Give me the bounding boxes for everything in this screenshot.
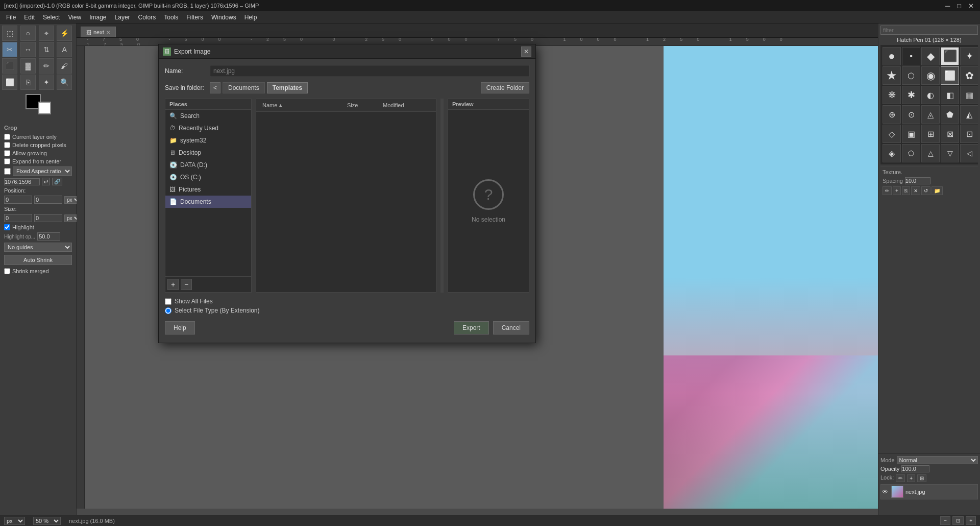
brush-cell[interactable]: △ <box>921 144 940 162</box>
brush-cell[interactable]: ▣ <box>902 125 920 143</box>
background-color[interactable] <box>38 102 51 114</box>
menu-image[interactable]: Image <box>85 13 110 22</box>
highlight-checkbox[interactable] <box>4 224 10 230</box>
breadcrumb-current[interactable]: Templates <box>267 82 308 93</box>
brush-cell[interactable]: ◇ <box>883 125 901 143</box>
layer-mode-dropdown[interactable]: Normal Multiply Screen Overlay <box>897 456 978 464</box>
fixed-aspect-checkbox[interactable] <box>4 168 11 175</box>
places-add-button[interactable]: + <box>167 279 179 290</box>
color-swatch[interactable] <box>26 94 51 114</box>
close-button[interactable]: ✕ <box>966 2 976 10</box>
tool-eraser[interactable]: ⬜ <box>2 75 17 90</box>
opacity-input[interactable] <box>901 465 929 472</box>
files-col-size[interactable]: Size <box>345 101 381 109</box>
tool-transform[interactable]: ↔ <box>20 42 36 57</box>
menu-colors[interactable]: Colors <box>134 13 160 22</box>
brush-cell[interactable]: ▪ <box>902 47 920 65</box>
brush-cell[interactable]: ◉ <box>921 66 940 85</box>
canvas-tab-close-icon[interactable]: ✕ <box>106 30 110 35</box>
tool-heal[interactable]: ✦ <box>39 75 54 90</box>
zoom-in-btn[interactable]: + <box>966 516 976 525</box>
brush-delete-btn[interactable]: ✕ <box>911 186 920 195</box>
files-col-modified[interactable]: Modified <box>381 101 432 109</box>
highlight-opacity-input[interactable] <box>37 232 60 241</box>
brush-cell[interactable]: ◈ <box>883 144 901 162</box>
brush-cell[interactable]: ❋ <box>883 86 901 104</box>
brush-cell[interactable]: ⬟ <box>941 105 959 124</box>
show-all-files-checkbox[interactable] <box>165 298 172 305</box>
folder-back-button[interactable]: < <box>210 82 220 93</box>
allow-growing-checkbox[interactable] <box>4 150 10 156</box>
menu-help[interactable]: Help <box>240 13 261 22</box>
places-remove-button[interactable]: − <box>181 279 192 290</box>
brush-cell[interactable]: ▽ <box>941 144 959 162</box>
brush-cell[interactable]: ⊞ <box>921 125 940 143</box>
brush-cell[interactable]: ✿ <box>960 66 978 85</box>
lock-alpha-btn[interactable]: ⊞ <box>917 474 926 482</box>
menu-edit[interactable]: Edit <box>20 13 39 22</box>
breadcrumb-parent[interactable]: Documents <box>223 82 265 93</box>
brush-cell[interactable]: ◭ <box>960 105 978 124</box>
zoom-selector[interactable]: 50 % 25 % 100 % 200 % <box>33 517 61 525</box>
dimension-input[interactable] <box>4 178 40 185</box>
position-x-input[interactable] <box>4 196 32 204</box>
place-desktop[interactable]: 🖥 Desktop <box>165 147 251 159</box>
brush-edit-btn[interactable]: ✏ <box>883 186 892 195</box>
place-recently-used[interactable]: ⏱ Recently Used <box>165 122 251 134</box>
brush-cell[interactable]: ⬠ <box>902 144 920 162</box>
zoom-fit-btn[interactable]: ⊡ <box>952 516 964 525</box>
brush-refresh-btn[interactable]: ↺ <box>921 186 930 195</box>
menu-layer[interactable]: Layer <box>111 13 134 22</box>
brush-cell[interactable]: ⊙ <box>902 105 920 124</box>
expand-from-center-checkbox[interactable] <box>4 158 10 164</box>
brush-cell[interactable]: ◧ <box>941 86 959 104</box>
menu-view[interactable]: View <box>64 13 85 22</box>
delete-cropped-checkbox[interactable] <box>4 142 10 148</box>
lock-position-btn[interactable]: + <box>907 474 915 482</box>
layer-item[interactable]: 👁 next.jpg <box>880 484 978 499</box>
zoom-out-btn[interactable]: − <box>940 516 950 525</box>
files-resize-handle[interactable] <box>440 99 444 293</box>
guides-dropdown[interactable]: No guides Center lines Rule of thirds <box>4 243 72 252</box>
place-system32[interactable]: 📁 system32 <box>165 134 251 147</box>
brush-cell[interactable]: ● <box>883 47 901 65</box>
tool-zoom[interactable]: 🔍 <box>57 75 72 90</box>
place-search[interactable]: 🔍 Search <box>165 110 251 122</box>
tool-rectangle[interactable]: ⬚ <box>2 26 17 41</box>
brush-filter-input[interactable] <box>880 26 978 35</box>
brush-folder-btn[interactable]: 📁 <box>932 186 943 195</box>
tool-clone[interactable]: ⎘ <box>20 75 36 90</box>
export-button[interactable]: Export <box>454 321 489 334</box>
brush-cell[interactable]: ▦ <box>960 86 978 104</box>
cancel-button[interactable]: Cancel <box>493 321 529 334</box>
spacing-input[interactable] <box>905 177 930 184</box>
crop-current-layer-checkbox[interactable] <box>4 134 10 140</box>
canvas-tab-next[interactable]: 🖼 next ✕ <box>81 27 116 37</box>
tool-free-select[interactable]: ⌖ <box>39 26 54 41</box>
brush-cell[interactable]: ◁ <box>960 144 978 162</box>
help-button[interactable]: Help <box>165 321 195 334</box>
menu-file[interactable]: File <box>2 13 20 22</box>
place-documents[interactable]: 📄 Documents <box>165 196 251 208</box>
brush-add-btn[interactable]: + <box>893 186 901 195</box>
brush-copy-btn[interactable]: ⎘ <box>902 186 910 195</box>
dialog-titlebar[interactable]: 🖼 Export Image ✕ <box>159 44 535 59</box>
tool-crop[interactable]: ✂ <box>2 42 17 57</box>
menu-tools[interactable]: Tools <box>160 13 182 22</box>
unit-selector[interactable]: px mm in <box>4 517 25 525</box>
layer-visibility-icon[interactable]: 👁 <box>882 488 889 495</box>
dialog-close-button[interactable]: ✕ <box>521 46 531 57</box>
size-y-input[interactable] <box>34 214 62 222</box>
brush-cell[interactable]: ◐ <box>921 86 940 104</box>
create-folder-button[interactable]: Create Folder <box>481 82 529 93</box>
position-y-input[interactable] <box>34 196 62 204</box>
place-data-d[interactable]: 💽 DATA (D:) <box>165 159 251 171</box>
place-os-c[interactable]: 💿 OS (C:) <box>165 171 251 183</box>
brush-cell[interactable]: ◆ <box>921 47 940 65</box>
size-x-input[interactable] <box>4 214 32 222</box>
menu-windows[interactable]: Windows <box>207 13 240 22</box>
menu-select[interactable]: Select <box>39 13 64 22</box>
brush-cell[interactable]: ⊠ <box>941 125 959 143</box>
tool-pencil[interactable]: ✏ <box>39 58 54 74</box>
lock-pixels-btn[interactable]: ✏ <box>896 474 905 482</box>
